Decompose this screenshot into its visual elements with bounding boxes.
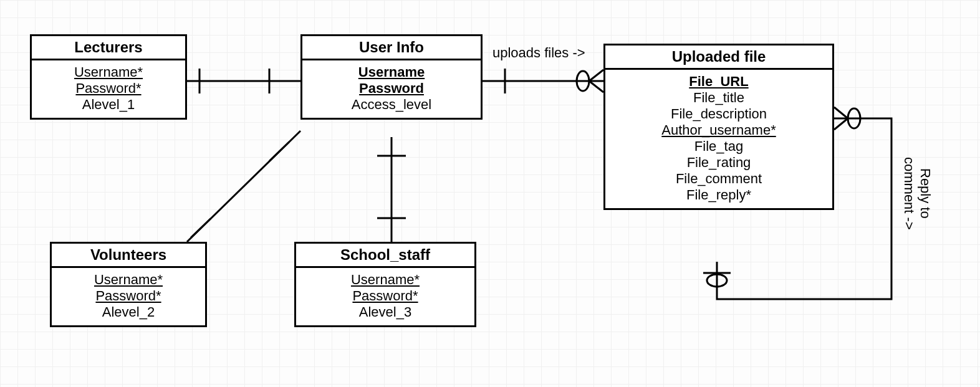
entity-title: User Info bbox=[302, 36, 481, 60]
entity-volunteers: Volunteers Username* Password* Alevel_2 bbox=[50, 242, 207, 327]
svg-point-5 bbox=[577, 71, 589, 91]
attr: Password* bbox=[311, 288, 459, 304]
attr: Username* bbox=[311, 272, 459, 288]
entity-title: Uploaded file bbox=[605, 45, 832, 70]
entity-attributes: Username* Password* Alevel_1 bbox=[32, 60, 185, 118]
svg-point-17 bbox=[707, 274, 727, 287]
svg-line-16 bbox=[834, 118, 848, 130]
attr: Password* bbox=[67, 288, 190, 304]
entity-title: School_staff bbox=[296, 244, 474, 268]
attr: File_tag bbox=[620, 138, 817, 155]
svg-line-7 bbox=[589, 81, 603, 92]
attr: File_title bbox=[620, 90, 817, 106]
entity-lecturers: Lecturers Username* Password* Alevel_1 bbox=[30, 34, 187, 120]
entity-attributes: Username* Password* Alevel_3 bbox=[296, 268, 474, 325]
attr: Alevel_2 bbox=[67, 304, 190, 320]
attr: File_reply* bbox=[620, 187, 817, 203]
attr: File_description bbox=[620, 106, 817, 122]
attr: Username bbox=[317, 64, 466, 80]
attr: File_rating bbox=[620, 155, 817, 171]
relationship-label-reply: Reply to comment -> bbox=[901, 131, 933, 256]
attr: File_comment bbox=[620, 171, 817, 187]
svg-line-15 bbox=[834, 107, 848, 118]
attr: Access_level bbox=[317, 97, 466, 113]
svg-line-12 bbox=[269, 142, 289, 161]
entity-school-staff: School_staff Username* Password* Alevel_… bbox=[294, 242, 476, 327]
entity-uploaded-file: Uploaded file File_URL File_title File_d… bbox=[603, 44, 834, 210]
entity-attributes: Username* Password* Alevel_2 bbox=[52, 268, 205, 325]
svg-line-13 bbox=[191, 219, 211, 238]
attr: Username* bbox=[47, 64, 170, 80]
entity-attributes: File_URL File_title File_description Aut… bbox=[605, 70, 832, 208]
entity-title: Lecturers bbox=[32, 36, 185, 60]
entity-attributes: Username Password Access_level bbox=[302, 60, 481, 118]
attr: Username* bbox=[67, 272, 190, 288]
attr: File_URL bbox=[620, 74, 817, 90]
attr: Password* bbox=[47, 80, 170, 97]
attr: Password bbox=[317, 80, 466, 97]
relationship-label-uploads: uploads files -> bbox=[492, 45, 585, 61]
svg-line-6 bbox=[589, 70, 603, 81]
svg-line-11 bbox=[187, 131, 300, 242]
attr: Alevel_1 bbox=[47, 97, 170, 113]
entity-title: Volunteers bbox=[52, 244, 205, 268]
entity-user-info: User Info Username Password Access_level bbox=[300, 34, 483, 120]
attr: Author_username* bbox=[620, 122, 817, 138]
attr: Alevel_3 bbox=[311, 304, 459, 320]
svg-point-14 bbox=[848, 108, 860, 128]
